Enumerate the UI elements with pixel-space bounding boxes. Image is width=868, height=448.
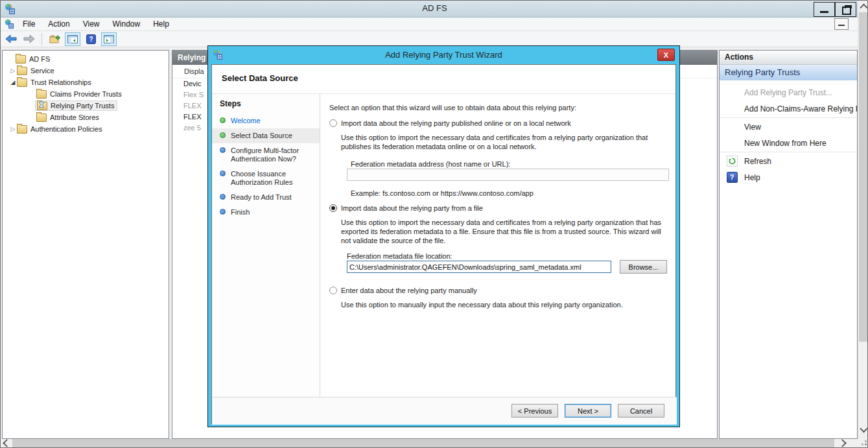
restore-button[interactable] [835, 2, 856, 17]
step-pending-bullet-icon [220, 194, 226, 200]
actions-pane-subheader: Relying Party Trusts [720, 65, 857, 80]
scroll-up-button[interactable] [860, 3, 868, 11]
actions-pane-header: Actions [720, 51, 857, 65]
radio-import-file-label[interactable]: Import data about the relying party from… [341, 204, 483, 213]
menu-file[interactable]: File [18, 18, 40, 30]
radio-enter-manually-label[interactable]: Enter data about the relying party manua… [341, 286, 477, 295]
federation-metadata-file-input[interactable] [347, 261, 611, 273]
folder-icon [36, 113, 47, 122]
action-view[interactable]: View [720, 119, 857, 135]
step-configure-mfa: Configure Multi-factor Authentication No… [212, 143, 320, 167]
scroll-left-button[interactable] [3, 439, 11, 447]
tree-item-claims-provider-trusts[interactable]: Claims Provider Trusts [3, 88, 169, 100]
wizard-title: Add Relying Party Trust Wizard [208, 50, 679, 60]
federation-metadata-file-label: Federation metadata file location: [347, 252, 452, 261]
scroll-down-button[interactable] [860, 425, 868, 434]
step-label: Select Data Source [231, 132, 292, 140]
menu-view[interactable]: View [78, 18, 104, 30]
help-icon [727, 172, 738, 183]
svg-text:?: ? [89, 36, 93, 43]
folder-icon [17, 125, 27, 134]
action-help[interactable]: Help [720, 169, 857, 185]
wizard-footer: < Previous Next > Cancel [212, 397, 677, 425]
radio-import-file[interactable] [329, 204, 337, 212]
tree-item-label: Relying Party Trusts [51, 102, 114, 110]
tree-item-service[interactable]: ▷ Service [3, 65, 169, 77]
option-manual-description: Use this option to manually input the ne… [341, 300, 670, 309]
browse-button[interactable]: Browse... [620, 260, 667, 274]
horizontal-scrollbar-thumb[interactable] [12, 439, 834, 447]
close-icon: X [664, 51, 668, 59]
vertical-scrollbar[interactable] [858, 1, 868, 439]
step-done-bullet-icon [220, 117, 226, 123]
federation-metadata-address-label: Federation metadata address (host name o… [351, 159, 510, 169]
folder-icon [16, 55, 26, 64]
resize-grip[interactable] [858, 439, 868, 447]
action-new-window-from-here[interactable]: New Window from Here [720, 135, 857, 151]
show-console-tree-icon [67, 35, 78, 43]
radio-import-online-label[interactable]: Import data about the relying party publ… [341, 119, 571, 128]
action-label: Add Relying Party Trust... [744, 88, 832, 97]
back-button[interactable] [3, 32, 19, 46]
next-button[interactable]: Next > [565, 404, 611, 418]
chevron-right-icon [838, 439, 847, 447]
expander-expanded-icon[interactable]: ◢ [9, 79, 17, 86]
tree-item-label: Service [30, 67, 54, 75]
help-icon: ? [86, 34, 96, 44]
restore-icon-back [845, 5, 852, 8]
child-window-minimize-button[interactable] [834, 18, 849, 30]
tree-item-label: Claims Provider Trusts [50, 90, 122, 98]
show-action-pane-icon [104, 35, 114, 43]
export-list-button[interactable] [47, 32, 62, 46]
wizard-close-button[interactable]: X [657, 49, 675, 61]
step-finish: Finish [212, 205, 320, 220]
add-relying-party-trust-wizard-dialog: Add Relying Party Trust Wizard X Select … [207, 45, 680, 427]
action-label: Refresh [744, 157, 771, 166]
vertical-scrollbar-thumb[interactable] [859, 12, 868, 342]
tree-item-attribute-stores[interactable]: Attribute Stores [3, 112, 169, 123]
action-refresh[interactable]: Refresh [720, 153, 857, 169]
horizontal-scrollbar[interactable] [1, 439, 858, 447]
radio-import-online[interactable] [329, 119, 337, 127]
step-label: Ready to Add Trust [231, 193, 292, 202]
federation-metadata-address-input[interactable] [347, 169, 669, 181]
option-file-description: Use this option to import the necessary … [341, 218, 666, 245]
action-add-non-claims-aware[interactable]: Add Non-Claims-Aware Relying P [720, 100, 857, 117]
hourglass-icon [39, 101, 44, 108]
steps-header: Steps [212, 94, 320, 113]
step-select-data-source: Select Data Source [212, 128, 320, 143]
show-action-pane-button[interactable] [101, 32, 117, 46]
minimize-button[interactable] [814, 2, 835, 17]
help-button[interactable]: ? [83, 32, 99, 46]
scroll-right-button[interactable] [838, 439, 847, 447]
expander-collapsed-icon[interactable]: ▷ [9, 126, 17, 132]
menu-window[interactable]: Window [108, 18, 145, 30]
intro-text: Select an option that this wizard will u… [329, 103, 576, 112]
tree-item-label: Trust Relationships [30, 78, 91, 86]
tree-item-trust-relationships[interactable]: ◢ Trust Relationships [3, 77, 169, 88]
menu-help[interactable]: Help [148, 18, 174, 30]
tree-item-relying-party-trusts[interactable]: Relying Party Trusts [3, 100, 169, 112]
step-welcome: Welcome [212, 113, 320, 128]
forward-icon [23, 34, 35, 43]
cancel-button[interactable]: Cancel [618, 404, 664, 418]
show-console-tree-button[interactable] [65, 32, 80, 46]
forward-button[interactable] [21, 32, 37, 46]
radio-enter-manually[interactable] [329, 287, 337, 294]
step-label: Configure Multi-factor Authentication No… [231, 147, 307, 163]
menu-action[interactable]: Action [43, 18, 74, 30]
tree-item-label: Authentication Policies [30, 125, 102, 133]
previous-button[interactable]: < Previous [511, 404, 558, 418]
wizard-content: Select an option that this wizard will u… [321, 94, 677, 397]
step-choose-issuance-rules: Choose Issuance Authorization Rules [212, 167, 320, 190]
expander-collapsed-icon[interactable]: ▷ [9, 67, 17, 74]
tree-item-label: Attribute Stores [50, 113, 99, 121]
export-list-icon [49, 34, 60, 44]
tree-item-adfs-root[interactable]: AD FS [3, 53, 169, 65]
minimize-icon [820, 11, 828, 13]
wizard-titlebar[interactable]: Add Relying Party Trust Wizard X [208, 46, 679, 64]
option-online-description: Use this option to import the necessary … [341, 133, 670, 151]
step-done-bullet-icon [220, 132, 226, 138]
refresh-icon [727, 156, 738, 167]
tree-item-authentication-policies[interactable]: ▷ Authentication Policies [3, 123, 169, 135]
